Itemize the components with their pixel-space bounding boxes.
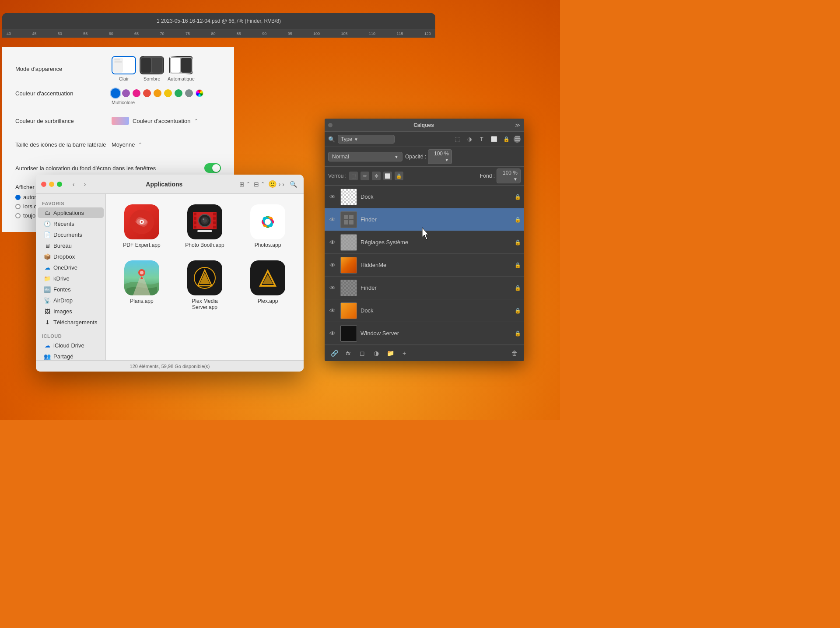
layers-menu-icon[interactable]: ☰ [514,134,521,143]
app-photos[interactable]: Photos.app [239,201,297,252]
layer-reglages[interactable]: 👁 Réglages Système 🔒 [325,231,524,254]
finder-forward-button[interactable]: › [80,180,89,189]
svg-rect-9 [171,58,180,73]
filter-dropdown-chevron: ▼ [354,137,358,142]
filter-text-icon[interactable]: T [477,134,486,144]
sidebar-item-icloud-drive[interactable]: ☁ iCloud Drive [38,340,104,351]
finder-minimize-button[interactable] [49,182,54,187]
layer-visibility-finder2[interactable]: 👁 [328,284,337,292]
radio-auto-circle [15,195,21,200]
layer-dock-1[interactable]: 👁 Dock 🔒 [325,186,524,208]
filter-pixel-icon[interactable]: ⬚ [452,134,462,144]
layer-finder-2[interactable]: 👁 Finder 🔒 [325,277,524,299]
filter-shape-icon[interactable]: ⬜ [489,134,499,144]
app-photo-booth[interactable]: Photo Booth.app [176,201,234,252]
layer-visibility-finder1[interactable]: 👁 [328,215,337,224]
new-group-btn[interactable]: 📁 [385,348,396,358]
layer-visibility-reglages[interactable]: 👁 [328,238,337,247]
app-pdf-expert[interactable]: PDF Expert.app [113,201,171,252]
appearance-clair[interactable]: Clair [112,56,136,81]
layer-lock-dock2: 🔒 [514,308,521,314]
color-dot-yellow[interactable] [164,89,172,97]
layers-collapse-button[interactable]: ≫ [515,122,521,128]
filter-adjust-icon[interactable]: ◑ [465,134,474,144]
color-dot-orange[interactable] [154,89,161,97]
surbrillance-swatch [112,117,129,125]
new-fill-layer-btn[interactable]: ◑ [371,348,382,358]
sidebar-item-images[interactable]: 🖼 Images [38,306,104,316]
appearance-auto-icon[interactable] [169,56,193,74]
layer-visibility-windowserver[interactable]: 👁 [328,329,337,338]
finder-more-btn[interactable]: › [279,181,281,188]
color-dot-purple[interactable] [122,89,130,97]
sidebar-item-documents[interactable]: 📄 Documents [38,229,104,240]
color-dot-pink[interactable] [133,89,140,97]
taille-chevron[interactable]: ⌃ [138,142,142,147]
app-plex-media-server[interactable]: Plex Media Server.app [176,257,234,314]
fill-input[interactable]: 100 % ▼ [497,168,521,183]
sidebar-airdrop-label: AirDrop [53,297,73,304]
layer-finder-1[interactable]: 👁 Finder 🔒 [325,208,524,231]
layer-visibility-dock2[interactable]: 👁 [328,306,337,315]
appearance-clair-icon[interactable] [112,56,136,74]
layer-hiddenme[interactable]: 👁 HiddenMe 🔒 [325,254,524,277]
svg-rect-20 [194,213,196,215]
layers-close-button[interactable] [328,123,332,127]
finder-more-btn2[interactable]: › [282,181,284,188]
color-dot-graphite[interactable] [185,89,193,97]
sidebar-item-airdrop[interactable]: 📡 AirDrop [38,295,104,305]
sidebar-item-fontes[interactable]: 🔤 Fontes [38,284,104,295]
sidebar-item-recents[interactable]: 🕐 Récents [38,218,104,229]
view-chevron2[interactable]: ⌃ [261,181,265,187]
appearance-sombre[interactable]: Sombre [140,56,164,81]
fx-btn[interactable]: fx [343,348,354,358]
layer-dock-2[interactable]: 👁 Dock 🔒 [325,299,524,322]
layer-visibility-dock1[interactable]: 👁 [328,193,337,201]
delete-layer-btn[interactable]: 🗑 [509,348,520,358]
appearance-sombre-icon[interactable] [140,56,164,74]
color-dot-green[interactable] [175,89,182,97]
lock-paint-btn[interactable]: ✏ [360,172,369,180]
svg-rect-3 [114,59,120,60]
add-mask-btn[interactable]: ◻ [357,348,368,358]
view-chevron[interactable]: ⌃ [246,181,250,187]
sidebar-item-telechargements[interactable]: ⬇ Téléchargements [38,317,104,327]
view-icon-grid[interactable]: ⊞ [239,181,245,188]
view-icon-list[interactable]: ⊟ [254,181,259,188]
sidebar-item-dropbox[interactable]: 📦 Dropbox [38,251,104,262]
opacity-label: Opacité : [405,154,426,160]
sidebar-item-onedrive[interactable]: ☁ OneDrive [38,262,104,273]
appearance-auto[interactable]: Automatique [168,56,195,81]
filter-smart-icon[interactable]: 🔒 [501,134,511,144]
sidebar-item-partage[interactable]: 👥 Partagé [38,351,104,360]
sidebar-item-applications[interactable]: 🗂 Applications [38,207,104,218]
sidebar-icloud-drive-label: iCloud Drive [53,342,84,349]
filter-type-dropdown[interactable]: Type ▼ [338,135,395,144]
finder-maximize-button[interactable] [57,182,62,187]
finder-back-button[interactable]: ‹ [69,180,78,189]
color-dot-red[interactable] [143,89,151,97]
app-plex[interactable]: Plex.app [239,257,297,314]
opacity-input[interactable]: 100 % ▼ [428,149,452,164]
finder-search-button[interactable]: 🔍 [288,179,298,189]
lock-transparent-btn[interactable]: ⬚ [349,172,358,180]
layer-visibility-hiddenme[interactable]: 👁 [328,261,337,270]
app-plans[interactable]: Plans.app [113,257,171,314]
color-dot-blue[interactable] [112,89,119,97]
sidebar-item-kdrive[interactable]: 📁 kDrive [38,273,104,284]
lock-move-btn[interactable]: ✥ [372,172,381,180]
finder-close-button[interactable] [41,182,46,187]
sidebar-partage-label: Partagé [53,353,74,360]
link-layers-btn[interactable]: 🔗 [329,348,340,358]
finder-emoji-btn[interactable]: 🙂 [268,180,277,188]
sidebar-item-bureau[interactable]: 🖥 Bureau [38,240,104,251]
color-dot-multicolor[interactable] [196,89,203,97]
blend-mode-dropdown[interactable]: Normal ▼ [328,152,402,161]
lock-all-btn[interactable]: 🔒 [395,172,403,180]
lock-artboard-btn[interactable]: ⬜ [383,172,392,180]
layer-window-server[interactable]: 👁 Window Server 🔒 [325,322,524,345]
surbrillance-chevron[interactable]: ⌃ [194,118,198,124]
new-layer-btn[interactable]: + [399,348,410,358]
autoriser-toggle[interactable] [204,163,221,173]
photos-icon [250,204,285,239]
